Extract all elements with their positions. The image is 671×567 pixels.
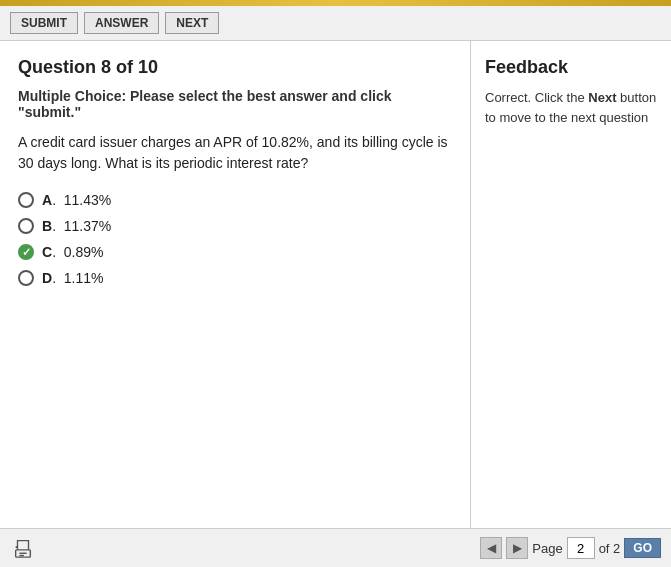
option-b-label: B. 11.37% <box>42 218 111 234</box>
go-button[interactable]: GO <box>624 538 661 558</box>
radio-a[interactable] <box>18 192 34 208</box>
page-prev-button[interactable]: ◀ <box>480 537 502 559</box>
pagination: ◀ ▶ Page of 2 GO <box>480 537 661 559</box>
radio-d[interactable] <box>18 270 34 286</box>
content-area: Question 8 of 10 Multiple Choice: Please… <box>0 41 671 528</box>
radio-c[interactable]: ✓ <box>18 244 34 260</box>
submit-button[interactable]: SUBMIT <box>10 12 78 34</box>
question-panel: Question 8 of 10 Multiple Choice: Please… <box>0 41 471 528</box>
options-list: A. 11.43% B. 11.37% ✓ C. 0.89% D. 1.11% <box>18 192 452 286</box>
page-label: Page <box>532 541 562 556</box>
question-title: Question 8 of 10 <box>18 57 452 78</box>
next-button[interactable]: NEXT <box>165 12 219 34</box>
question-instruction: Multiple Choice: Please select the best … <box>18 88 452 120</box>
option-b[interactable]: B. 11.37% <box>18 218 452 234</box>
page-next-button[interactable]: ▶ <box>506 537 528 559</box>
option-a[interactable]: A. 11.43% <box>18 192 452 208</box>
option-a-label: A. 11.43% <box>42 192 111 208</box>
feedback-text: Correct. Click the Next button to move t… <box>485 88 657 127</box>
option-d-label: D. 1.11% <box>42 270 104 286</box>
question-text: A credit card issuer charges an APR of 1… <box>18 132 452 174</box>
option-c-label: C. 0.89% <box>42 244 104 260</box>
bottom-left <box>10 535 36 561</box>
print-button[interactable] <box>10 535 36 561</box>
option-c[interactable]: ✓ C. 0.89% <box>18 244 452 260</box>
svg-rect-1 <box>19 553 26 554</box>
svg-rect-2 <box>19 555 24 556</box>
feedback-title: Feedback <box>485 57 657 78</box>
svg-rect-3 <box>16 546 18 548</box>
feedback-panel: Feedback Correct. Click the Next button … <box>471 41 671 528</box>
answer-button[interactable]: ANSWER <box>84 12 159 34</box>
print-icon <box>12 537 34 559</box>
feedback-next-word: Next <box>588 90 616 105</box>
page-input[interactable] <box>567 537 595 559</box>
of-label: of 2 <box>599 541 621 556</box>
radio-b[interactable] <box>18 218 34 234</box>
instruction-bold: Multiple Choice: <box>18 88 126 104</box>
bottom-bar: ◀ ▶ Page of 2 GO <box>0 528 671 567</box>
toolbar: SUBMIT ANSWER NEXT <box>0 6 671 41</box>
option-d[interactable]: D. 1.11% <box>18 270 452 286</box>
feedback-part1: Correct. Click the <box>485 90 588 105</box>
